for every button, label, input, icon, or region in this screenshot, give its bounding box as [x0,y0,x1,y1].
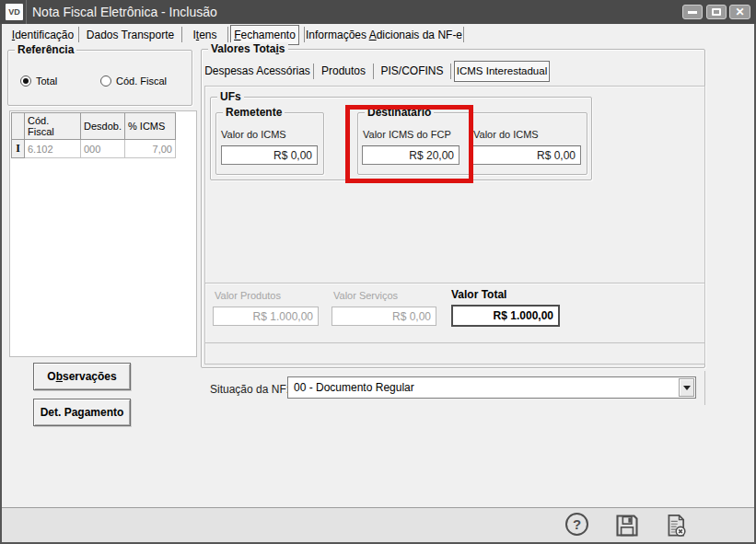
fiscal-grid-area: Cód. Fiscal Desdob. % ICMS I 6.102 000 7… [9,110,197,357]
tab-identificacao[interactable]: Identificação [7,26,78,44]
referencia-group: Referência Total Cód. Fiscal [7,50,192,106]
grid-header-row: Cód. Fiscal Desdob. % ICMS [12,113,176,140]
radio-cod-fiscal[interactable] [100,75,111,87]
cancel-document-icon [663,513,689,538]
title-bar: VD Nota Fiscal Eletrônica - Inclusão ✕ [0,0,756,24]
tab-icms-interestadual[interactable]: ICMS Interestadual [454,61,550,82]
fiscal-grid: Cód. Fiscal Desdob. % ICMS I 6.102 000 7… [11,112,176,158]
icon-separator [26,0,27,24]
valores-totais-title: Valores Totais [208,42,288,55]
valor-produtos-label: Valor Produtos [215,290,281,301]
radio-total-label: Total [36,75,57,87]
chevron-down-icon [683,386,691,390]
valor-total-label: Valor Total [451,288,506,301]
remetente-group: Remetente [215,112,324,175]
tab-informacoes-adicionais[interactable]: Informações Adicionais da NF-e [305,26,463,44]
tab-dados-transporte[interactable]: Dados Transporte [79,26,181,44]
situacao-combobox[interactable]: 00 - Documento Regular [287,376,696,399]
minimize-icon [688,11,697,14]
nfe-window: VD Nota Fiscal Eletrônica - Inclusão ✕ I… [0,0,756,544]
inner-tab-divider [450,64,451,79]
grid-row[interactable]: I 6.102 000 7,00 [12,140,176,158]
panel-edge [704,371,705,405]
app-icon: VD [6,4,23,20]
grid-header-cod-fiscal: Cód. Fiscal [25,113,81,140]
situacao-dropdown-button[interactable] [679,378,694,397]
inner-tab-divider [313,64,314,79]
observacoes-button[interactable]: Observações [33,363,131,390]
referencia-title: Referência [15,43,76,56]
tab-divider [463,27,464,42]
fcp-highlight-box [345,105,473,183]
remetente-title: Remetente [223,106,285,119]
help-icon: ? [565,513,588,536]
valor-produtos-field [213,307,319,326]
grid-header-selector [12,113,25,140]
ufs-title: UFs [217,90,244,103]
tab-pis-cofins[interactable]: PIS/COFINS [376,62,448,80]
tab-despesas-acessorias[interactable]: Despesas Acessórias [204,62,310,80]
save-button[interactable] [614,513,640,538]
situacao-label: Situação da NF: [210,383,289,396]
cell-perc-icms: 7,00 [124,140,175,158]
valor-servicos-label: Valor Serviços [333,290,398,301]
remetente-icms-field[interactable] [221,145,318,165]
save-icon [614,513,640,538]
valor-servicos-field [331,307,436,326]
destinatario-icms-label: Valor do ICMS [473,129,539,140]
destinatario-icms-field[interactable] [471,145,581,165]
row-selector-ibeam: I [12,140,25,158]
tab-itens[interactable]: Itens [182,26,227,44]
close-icon: ✕ [735,6,744,17]
help-button[interactable]: ? [565,513,591,538]
grid-header-desdob: Desdob. [81,113,125,140]
maximize-button[interactable] [706,5,727,19]
cancel-nf-button[interactable] [663,513,689,538]
tab-produtos[interactable]: Produtos [316,62,371,80]
window-title: Nota Fiscal Eletrônica - Inclusão [32,0,217,24]
radio-cod-fiscal-label: Cód. Fiscal [116,75,167,87]
tab-divider [227,27,228,42]
remetente-icms-label: Valor do ICMS [221,129,286,140]
footer-bar: ? [2,507,754,542]
radio-total[interactable] [20,75,31,87]
det-pagamento-button[interactable]: Det. Pagamento [33,399,131,426]
grid-header-icms: % ICMS [124,113,175,140]
cell-cod-fiscal: 6.102 [25,140,81,158]
cell-desdob: 000 [81,140,125,158]
valor-total-field [451,305,560,327]
inner-tab-divider [373,64,374,79]
maximize-icon [712,8,721,16]
situacao-value: 00 - Documento Regular [294,377,675,398]
minimize-button[interactable] [682,5,703,19]
close-button[interactable]: ✕ [729,5,750,19]
